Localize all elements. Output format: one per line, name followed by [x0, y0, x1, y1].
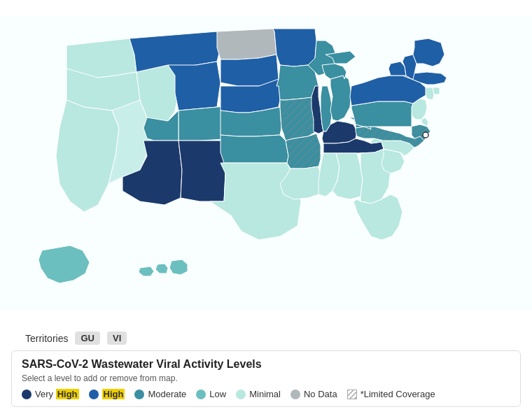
svg-rect-5	[348, 390, 357, 399]
legend-minimal[interactable]: Minimal	[236, 389, 281, 399]
state-sd[interactable]	[220, 55, 279, 86]
legend-limited[interactable]: *Limited Coverage	[347, 389, 435, 399]
very-high-label: Very High	[35, 389, 79, 399]
high-label: High	[102, 389, 125, 399]
low-dot	[196, 390, 206, 399]
legend-no-data[interactable]: No Data	[290, 389, 337, 399]
legend-moderate[interactable]: Moderate	[134, 389, 186, 399]
very-high-dot	[22, 390, 31, 399]
state-mn[interactable]	[273, 29, 316, 66]
limited-label: *Limited Coverage	[360, 389, 435, 399]
state-hi-3[interactable]	[169, 259, 188, 275]
legend-panel: SARS-CoV-2 Wastewater Viral Activity Lev…	[11, 350, 521, 407]
legend-title: SARS-CoV-2 Wastewater Viral Activity Lev…	[22, 358, 510, 371]
minimal-dot	[236, 390, 246, 399]
moderate-dot	[134, 390, 144, 399]
no-data-dot	[290, 390, 300, 399]
territories-label: Territories	[25, 333, 68, 344]
legend-high[interactable]: High	[89, 389, 125, 399]
moderate-label: Moderate	[148, 389, 186, 399]
legend-low[interactable]: Low	[196, 389, 226, 399]
limited-hatch-box	[347, 390, 357, 399]
territory-vi[interactable]: VI	[107, 331, 127, 345]
high-dot	[89, 390, 99, 399]
state-me[interactable]	[413, 38, 444, 66]
state-pa[interactable]	[351, 101, 413, 127]
state-nd[interactable]	[217, 29, 276, 59]
state-dc[interactable]	[423, 132, 428, 138]
territory-gu[interactable]: GU	[75, 331, 100, 345]
legend-items: Very High High Moderate Low Minimal No D	[22, 389, 510, 399]
low-label: Low	[209, 389, 226, 399]
legend-subtitle: Select a level to add or remove from map…	[22, 373, 510, 383]
state-ok[interactable]	[220, 135, 288, 163]
state-nm[interactable]	[178, 141, 225, 201]
no-data-label: No Data	[304, 389, 337, 399]
map-container	[0, 0, 532, 326]
state-ri[interactable]	[433, 87, 440, 94]
very-high-highlight: High	[56, 389, 79, 399]
territories-bar: Territories GU VI	[0, 326, 532, 350]
legend-very-high[interactable]: Very High	[22, 389, 79, 399]
page-container: Territories GU VI SARS-CoV-2 Wastewater …	[0, 0, 532, 414]
high-highlight: High	[102, 389, 125, 399]
minimal-label: Minimal	[249, 389, 281, 399]
